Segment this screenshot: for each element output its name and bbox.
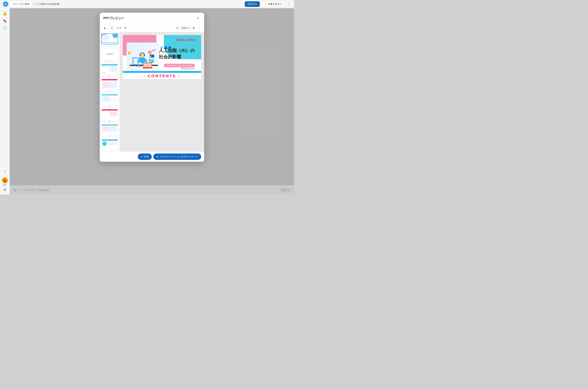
thumb-num-5: 5 — [109, 105, 110, 107]
wand-icon: ✨ — [264, 3, 267, 6]
thumb-num-1: 1 — [109, 45, 110, 47]
zoom-level[interactable]: 105% ▾ — [180, 26, 191, 30]
slide-main-view: YOUR LOGO — [120, 32, 204, 152]
app-logo: Q — [3, 1, 8, 7]
prev-page-button[interactable]: ▲ — [103, 26, 107, 30]
title-line1: 人工知能（AI）の — [159, 47, 195, 54]
svg-text:▶: ▶ — [150, 55, 151, 57]
document-button[interactable]: ✨ 文書を表示 ▾ — [261, 1, 285, 7]
topbar-right: 共有する ✨ 文書を表示 ▾ ⋮ — [245, 1, 291, 7]
slide-blue-bar — [123, 71, 201, 73]
svg-rect-4 — [136, 66, 141, 66]
thumbnail-5[interactable]: 5 — [101, 94, 118, 107]
svg-rect-7 — [143, 68, 152, 68]
thumb-num-7: 7 — [109, 135, 110, 138]
slide-logo: YOUR LOGO — [176, 38, 196, 42]
zoom-out-button[interactable]: ⊖ — [176, 26, 179, 30]
zoom-dropdown-icon: ▾ — [188, 27, 190, 30]
modal-header: PPTプレビュー × — [100, 13, 204, 24]
breadcrumb-item2: 人工知能の社会的影響 — [35, 2, 60, 6]
thumb-num-2: 2 — [109, 60, 110, 62]
close-icon: × — [197, 16, 199, 21]
slide-contents-area: - CONTENTS - — [123, 73, 201, 79]
zoom-controls: ⊖ 105% ▾ ⊕ — [176, 26, 195, 30]
avatar[interactable]: 🎃 — [2, 177, 8, 183]
thumb-image-5 — [101, 94, 118, 105]
title-line2: 社会的影響 — [159, 54, 195, 60]
sidebar-expand-icon[interactable]: ⟩ — [2, 168, 8, 174]
page-input[interactable] — [108, 26, 115, 30]
more-options-icon[interactable]: ⋮ — [286, 1, 291, 7]
topbar: Q トピックに追加 / 人工知能の社会的影響 共有する ✨ 文書を表示 ▾ ⋮ — [0, 0, 294, 8]
add-topic-button[interactable]: トピックに追加 — [10, 1, 32, 7]
sidebar-item-history[interactable]: 🕐 — [2, 25, 8, 31]
slide-thumbnails: 人工知能（AI）の社会的影響 1 CONTENTS 2 — [100, 32, 120, 152]
sidebar: 🔔 🔖 🕐 ⟩ 🎃 無料 ⚙ — [0, 8, 10, 194]
slide-subtitle-btn: Here is where your presentation — [164, 64, 195, 67]
document-label: 文書を表示 — [268, 2, 280, 6]
modal-body: 人工知能（AI）の社会的影響 1 CONTENTS 2 — [100, 32, 204, 152]
ppt-preview-modal: PPTプレビュー × ▲ 11 ▾ ▼ ⊖ 105% ▾ ⊕ ⋮ — [100, 13, 204, 162]
share-button[interactable]: 共有する — [245, 1, 260, 7]
thumbnail-8[interactable] — [101, 139, 118, 150]
settings-icon[interactable]: ⚙ — [3, 188, 6, 192]
svg-rect-17 — [149, 59, 154, 63]
thumb-num-3: 3 — [109, 75, 110, 77]
toolbar-more-icon[interactable]: ⋮ — [198, 26, 201, 30]
chevron-down-icon: ▾ — [120, 27, 121, 30]
thumbnail-1[interactable]: 人工知能（AI）の社会的影響 1 — [101, 33, 118, 47]
breadcrumb-separator: / — [33, 3, 34, 6]
contents-text: - CONTENTS - — [144, 74, 180, 78]
logo-text: Q — [5, 3, 7, 6]
thumb-image-3: 01 AI社会的... — [101, 64, 118, 74]
page-total: 11 ▾ — [117, 27, 121, 30]
free-badge: 無料 — [3, 184, 6, 186]
thumbnail-2[interactable]: CONTENTS 2 — [101, 49, 118, 62]
slide-title: 人工知能（AI）の 社会的影響 — [159, 47, 195, 60]
thumb-num-4: 4 — [109, 90, 110, 92]
chevron-down-icon: ▾ — [280, 3, 282, 6]
next-page-button[interactable]: ▼ — [123, 26, 127, 30]
thumb-image-7 — [101, 124, 118, 135]
share-footer-button[interactable]: ↗ 共有 — [138, 154, 152, 160]
slide-1-content: YOUR LOGO — [123, 35, 201, 79]
thumb-image-2: CONTENTS — [101, 49, 118, 60]
modal-footer: ↗ 共有 ⬇ プレゼンテーションをダウンロード — [100, 152, 204, 162]
modal-toolbar: ▲ 11 ▾ ▼ ⊖ 105% ▾ ⊕ ⋮ — [100, 24, 204, 32]
download-label: プレゼンテーションをダウンロード — [159, 155, 198, 158]
thumbnail-7[interactable]: 7 — [101, 124, 118, 138]
sidebar-item-bookmarks[interactable]: 🔖 — [2, 18, 8, 24]
thumb-image-6: 02 — [101, 109, 118, 120]
slide-date: 📅 20XX-XX-XX — [181, 68, 195, 70]
slide-illustration: 📶 ▶ — [127, 42, 159, 75]
sidebar-item-notifications[interactable]: 🔔 — [2, 10, 8, 16]
modal-overlay: PPTプレビュー × ▲ 11 ▾ ▼ ⊖ 105% ▾ ⊕ ⋮ — [10, 8, 294, 194]
breadcrumb-item1: トピックに追加 — [12, 2, 30, 6]
download-icon: ⬇ — [156, 155, 158, 158]
modal-close-button[interactable]: × — [195, 16, 200, 21]
share-icon: ↗ — [141, 155, 143, 158]
thumbnail-6[interactable]: 02 6 — [101, 109, 118, 123]
share-label: 共有する — [247, 3, 257, 5]
zoom-in-button[interactable]: ⊕ — [192, 26, 195, 30]
thumbnail-4[interactable]: 4 — [101, 79, 118, 92]
modal-title: PPTプレビュー — [104, 16, 124, 20]
thumb-num-6: 6 — [109, 120, 110, 123]
download-button[interactable]: ⬇ プレゼンテーションをダウンロード — [153, 154, 201, 160]
svg-rect-10 — [144, 55, 145, 56]
thumb-image-8 — [101, 139, 118, 150]
thumb-image-1: 人工知能（AI）の社会的影響 — [101, 33, 118, 44]
svg-rect-6 — [143, 63, 151, 67]
thumbnail-3[interactable]: 01 AI社会的... 3 — [101, 64, 118, 77]
breadcrumb: トピックに追加 / 人工知能の社会的影響 — [10, 1, 60, 7]
svg-rect-9 — [139, 55, 140, 56]
main-slide: YOUR LOGO — [123, 35, 201, 79]
thumb-image-4 — [101, 79, 118, 90]
svg-text:📶: 📶 — [128, 52, 131, 54]
share-footer-label: 共有 — [144, 155, 149, 158]
